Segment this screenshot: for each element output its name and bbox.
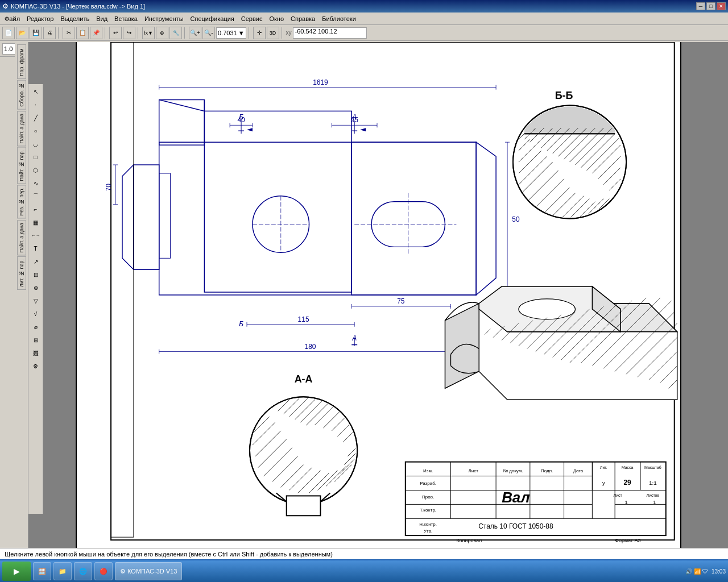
svg-rect-7 <box>133 165 159 269</box>
save-button[interactable]: 💾 <box>30 27 42 39</box>
drawing-paper[interactable]: 1619 Б 40 А 95 <box>76 42 681 548</box>
sep1 <box>58 27 60 39</box>
svg-text:Разраб.: Разраб. <box>420 481 436 486</box>
start-button[interactable]: ▶ <box>2 562 31 581</box>
svg-text:1: 1 <box>653 499 656 505</box>
svg-marker-15 <box>476 142 496 295</box>
svg-text:Лит.: Лит. <box>599 465 607 469</box>
title-bar: ⚙ КОМПАС-3D V13 - [Чертеж вала.cdw -> Ви… <box>0 0 728 13</box>
tab-5[interactable]: Рез. № пер. <box>17 185 26 218</box>
zoom-in[interactable]: 🔍+ <box>189 27 201 39</box>
cut-button[interactable]: ✂ <box>63 27 75 39</box>
svg-text:Лист: Лист <box>468 468 478 473</box>
menu-insert[interactable]: Вставка <box>111 14 141 23</box>
canvas-area: 1619 Б 40 А 95 <box>28 42 728 548</box>
tab-4[interactable]: Пайт. № пар. <box>17 147 26 184</box>
taskbar-kompas[interactable]: ⚙ КОМПАС-3D V13 <box>115 562 182 580</box>
coords-label: xy <box>286 30 292 36</box>
svg-text:А-А: А-А <box>294 373 312 385</box>
menu-window[interactable]: Окно <box>266 14 287 23</box>
svg-text:Изм.: Изм. <box>423 468 433 473</box>
tab-6[interactable]: Пайт. а дана <box>17 220 26 255</box>
svg-text:Формат  А3: Формат А3 <box>615 538 640 543</box>
svg-rect-210 <box>111 42 134 537</box>
menu-view[interactable]: Вид <box>93 14 111 23</box>
svg-text:95: 95 <box>350 116 358 124</box>
taskbar: ▶ 🪟 📁 🌐 🔴 ⚙ КОМПАС-3D V13 🔊 📶 🛡 13:03 <box>0 559 728 582</box>
new-button[interactable]: 📄 <box>2 27 15 39</box>
tab-3[interactable]: Пайт. а дана <box>17 111 26 146</box>
svg-text:Б-Б: Б-Б <box>555 90 573 101</box>
svg-text:1:1: 1:1 <box>648 480 656 486</box>
zoom-dropdown[interactable]: 0.7031 ▼ <box>216 27 246 39</box>
close-button[interactable]: ✕ <box>717 2 726 10</box>
tab-1[interactable]: Пар. фрагм. <box>17 44 26 79</box>
taskbar-right: 🔊 📶 🛡 13:03 <box>685 568 726 575</box>
tab-2[interactable]: Сборо. № <box>17 80 26 110</box>
tray-icons: 🔊 📶 🛡 <box>685 568 708 575</box>
svg-text:115: 115 <box>297 315 309 323</box>
menu-libraries[interactable]: Библиотеки <box>318 14 359 23</box>
open-button[interactable]: 📂 <box>16 27 28 39</box>
taskbar-icon-2[interactable]: 📁 <box>53 562 72 580</box>
paste-button[interactable]: 📌 <box>90 27 102 39</box>
svg-marker-61 <box>247 128 253 131</box>
taskbar-icon-3[interactable]: 🌐 <box>74 562 92 580</box>
print-button[interactable]: 🖨 <box>43 27 56 39</box>
svg-text:у: у <box>602 480 605 486</box>
svg-rect-1 <box>159 142 476 295</box>
zoom-out[interactable]: 🔍- <box>202 27 215 39</box>
menu-bar: Файл Редактор Выделить Вид Вставка Инстр… <box>0 13 728 25</box>
svg-text:1619: 1619 <box>313 78 328 86</box>
fx-button[interactable]: fx▼ <box>142 27 155 39</box>
tab-7[interactable]: Лит. № пар. <box>17 256 26 290</box>
svg-rect-67 <box>524 105 614 134</box>
svg-text:Пров.: Пров. <box>422 494 434 500</box>
svg-text:50: 50 <box>512 215 520 223</box>
zoom-chevron: ▼ <box>238 30 245 36</box>
svg-line-136 <box>260 391 272 402</box>
menu-select[interactable]: Выделить <box>57 14 93 23</box>
svg-line-102 <box>612 201 619 209</box>
sep4 <box>184 27 187 39</box>
menu-help[interactable]: Справка <box>287 14 318 23</box>
svg-text:Листов: Листов <box>646 493 659 497</box>
tool2[interactable]: 🔧 <box>169 27 182 39</box>
svg-text:Масса: Масса <box>621 465 633 469</box>
window-controls[interactable]: ─ □ ✕ <box>696 2 726 10</box>
svg-text:Утв.: Утв. <box>424 529 432 534</box>
svg-line-16 <box>122 165 133 176</box>
drawing-svg: 1619 Б 40 А 95 <box>77 42 680 548</box>
svg-text:Сталь 10  ГОСТ 1050-88: Сталь 10 ГОСТ 1050-88 <box>478 522 553 530</box>
menu-editor[interactable]: Редактор <box>23 14 57 23</box>
taskbar-icon-1[interactable]: 🪟 <box>33 562 51 580</box>
restore-button[interactable]: □ <box>706 2 715 10</box>
svg-text:Н.контр.: Н.контр. <box>419 522 437 527</box>
menu-spec[interactable]: Спецификация <box>187 14 238 23</box>
side-tabs: Пар. фрагм. Сборо. № Пайт. а дана Пайт. … <box>15 42 28 548</box>
sep3 <box>138 27 140 39</box>
svg-line-5 <box>159 100 204 111</box>
undo-button[interactable]: ↩ <box>109 27 122 39</box>
sep2 <box>105 27 107 39</box>
redo-button[interactable]: ↪ <box>123 27 135 39</box>
view3d[interactable]: 3D <box>267 27 279 39</box>
svg-text:Т.контр.: Т.контр. <box>420 508 436 513</box>
menu-tools[interactable]: Инструменты <box>141 14 187 23</box>
svg-rect-2 <box>159 100 204 146</box>
pan-button[interactable]: ✛ <box>253 27 266 39</box>
svg-text:1: 1 <box>624 499 628 505</box>
copy-button[interactable]: 📋 <box>76 27 89 39</box>
title-block-group: Изм. Лист № докум. Подп. Дата Лит. Масса… <box>405 462 665 543</box>
window-title: ⚙ КОМПАС-3D V13 - [Чертеж вала.cdw -> Ви… <box>2 2 145 10</box>
svg-text:Дата: Дата <box>573 468 583 473</box>
menu-file[interactable]: Файл <box>1 14 23 23</box>
svg-text:40: 40 <box>237 116 245 124</box>
svg-text:29: 29 <box>623 479 631 487</box>
taskbar-icon-4[interactable]: 🔴 <box>94 562 113 580</box>
tool1[interactable]: ⊕ <box>156 27 168 39</box>
minimize-button[interactable]: ─ <box>696 2 705 10</box>
svg-line-17 <box>122 258 133 269</box>
menu-service[interactable]: Сервис <box>238 14 266 23</box>
svg-line-135 <box>255 394 260 400</box>
